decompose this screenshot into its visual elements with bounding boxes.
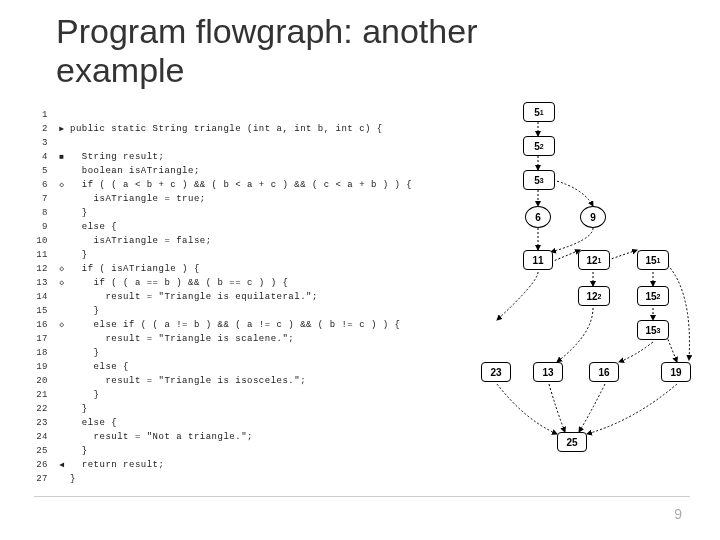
code-line: 10 isATriangle = false;	[34, 234, 412, 248]
code-line: 4■ String result;	[34, 150, 412, 164]
code-text: }	[70, 304, 412, 318]
node-15-2: 152	[637, 286, 669, 306]
gutter-marker	[54, 416, 70, 430]
gutter-marker	[54, 234, 70, 248]
line-number: 17	[34, 332, 54, 346]
code-text: }	[70, 346, 412, 360]
node-9: 9	[580, 206, 606, 228]
node-11: 11	[523, 250, 553, 270]
code-line: 19 else {	[34, 360, 412, 374]
code-text: else if ( ( a != b ) && ( a != c ) && ( …	[70, 318, 412, 332]
code-line: 18 }	[34, 346, 412, 360]
code-line: 5 boolean isATriangle;	[34, 164, 412, 178]
node-15-1: 151	[637, 250, 669, 270]
code-line: 26◀ return result;	[34, 458, 412, 472]
code-text: }	[70, 388, 412, 402]
gutter-marker	[54, 346, 70, 360]
line-number: 20	[34, 374, 54, 388]
code-text: String result;	[70, 150, 412, 164]
code-text: isATriangle = false;	[70, 234, 412, 248]
code-line: 23 else {	[34, 416, 412, 430]
code-line: 16◇ else if ( ( a != b ) && ( a != c ) &…	[34, 318, 412, 332]
code-line: 6◇ if ( ( a < b + c ) && ( b < a + c ) &…	[34, 178, 412, 192]
node-12-2: 122	[578, 286, 610, 306]
gutter-marker: ◇	[54, 318, 70, 332]
line-number: 14	[34, 290, 54, 304]
code-text: }	[70, 472, 412, 486]
line-number: 1	[34, 108, 54, 122]
line-number: 2	[34, 122, 54, 136]
code-text: else {	[70, 416, 412, 430]
gutter-marker	[54, 430, 70, 444]
line-number: 24	[34, 430, 54, 444]
code-text: }	[70, 206, 412, 220]
gutter-marker	[54, 388, 70, 402]
code-line: 9 else {	[34, 220, 412, 234]
gutter-marker	[54, 304, 70, 318]
code-text	[70, 136, 412, 150]
line-number: 21	[34, 388, 54, 402]
code-line: 22 }	[34, 402, 412, 416]
node-19: 19	[661, 362, 691, 382]
line-number: 11	[34, 248, 54, 262]
gutter-marker: ■	[54, 150, 70, 164]
code-text: else {	[70, 360, 412, 374]
node-25: 25	[557, 432, 587, 452]
line-number: 26	[34, 458, 54, 472]
code-text: return result;	[70, 458, 412, 472]
code-line: 8 }	[34, 206, 412, 220]
node-5-2: 52	[523, 136, 555, 156]
line-number: 16	[34, 318, 54, 332]
code-line: 25 }	[34, 444, 412, 458]
code-text: result = "Triangle is isosceles.";	[70, 374, 412, 388]
code-text	[70, 108, 412, 122]
code-text: else {	[70, 220, 412, 234]
line-number: 9	[34, 220, 54, 234]
code-line: 14 result = "Triangle is equilateral.";	[34, 290, 412, 304]
code-text: result = "Triangle is equilateral.";	[70, 290, 412, 304]
code-line: 11 }	[34, 248, 412, 262]
code-line: 2▶public static String triangle (int a, …	[34, 122, 412, 136]
line-number: 5	[34, 164, 54, 178]
gutter-marker	[54, 192, 70, 206]
title-line-1: Program flowgraph: another	[56, 12, 477, 50]
code-line: 13◇ if ( ( a == b ) && ( b == c ) ) {	[34, 276, 412, 290]
title-line-2: example	[56, 51, 185, 89]
line-number: 19	[34, 360, 54, 374]
code-line: 17 result = "Triangle is scalene.";	[34, 332, 412, 346]
line-number: 13	[34, 276, 54, 290]
code-line: 15 }	[34, 304, 412, 318]
code-text: boolean isATriangle;	[70, 164, 412, 178]
flowgraph: 51 52 53 6 9 11 121 122 151 152 153 23 1…	[465, 100, 715, 500]
gutter-marker	[54, 472, 70, 486]
line-number: 23	[34, 416, 54, 430]
gutter-marker	[54, 136, 70, 150]
line-number: 8	[34, 206, 54, 220]
line-number: 3	[34, 136, 54, 150]
node-23: 23	[481, 362, 511, 382]
code-line: 12◇ if ( isATriangle ) {	[34, 262, 412, 276]
node-6: 6	[525, 206, 551, 228]
gutter-marker: ◇	[54, 262, 70, 276]
gutter-marker	[54, 290, 70, 304]
gutter-marker	[54, 164, 70, 178]
node-13: 13	[533, 362, 563, 382]
line-number: 10	[34, 234, 54, 248]
gutter-marker: ▶	[54, 122, 70, 136]
code-line: 21 }	[34, 388, 412, 402]
code-text: result = "Triangle is scalene.";	[70, 332, 412, 346]
slide-title: Program flowgraph: another example	[56, 12, 477, 90]
gutter-marker	[54, 402, 70, 416]
line-number: 4	[34, 150, 54, 164]
gutter-marker	[54, 444, 70, 458]
code-text: }	[70, 444, 412, 458]
code-line: 1	[34, 108, 412, 122]
line-number: 18	[34, 346, 54, 360]
line-number: 25	[34, 444, 54, 458]
gutter-marker	[54, 374, 70, 388]
line-number: 27	[34, 472, 54, 486]
node-16: 16	[589, 362, 619, 382]
line-number: 6	[34, 178, 54, 192]
node-5-1: 51	[523, 102, 555, 122]
node-5-3: 53	[523, 170, 555, 190]
